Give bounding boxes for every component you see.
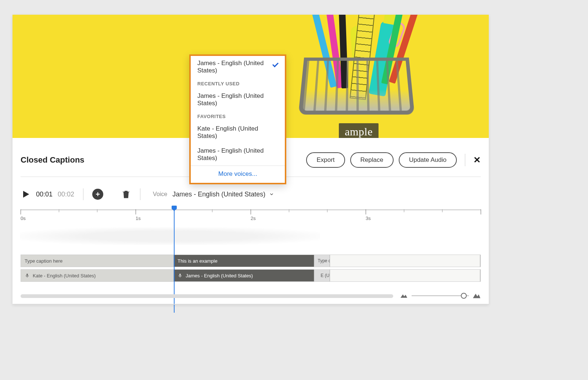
add-caption-button[interactable]: + [92,189,103,200]
mic-icon [178,273,183,278]
trash-icon[interactable] [121,189,131,199]
update-audio-button[interactable]: Update Audio [399,152,457,168]
voice-dropdown[interactable]: James - English (United States) RECENTLY… [189,54,286,184]
voice-option-favorite-1[interactable]: James - English (United States) [191,143,285,166]
caption-clip-1[interactable]: Type caption here [21,255,174,267]
caption-clip-3[interactable]: Type capt... [314,255,330,267]
voice-option-favorite-0[interactable]: Kate - English (United States) [191,121,285,143]
caption-clip-empty[interactable] [330,255,480,267]
time-current: 00:01 [36,191,53,198]
replace-button[interactable]: Replace [350,152,394,168]
caption-clip-2[interactable]: This is an example [174,255,314,267]
play-icon[interactable] [21,189,31,199]
voice-clip-2[interactable]: James - English (United States) [174,270,314,281]
voice-option-selected[interactable]: James - English (United States) [191,56,285,78]
chevron-down-icon [269,192,274,197]
dropdown-header-favorites: FAVORITES [191,111,285,121]
voice-track[interactable]: Kate - English (United States) James - E… [21,269,481,282]
zoom-out-icon[interactable] [400,293,408,299]
zoom-in-icon[interactable] [473,293,481,299]
voice-selected-text: James - English (United States) [172,191,265,198]
zoom-slider[interactable] [412,295,469,296]
voice-option-recent-0[interactable]: James - English (United States) [191,89,285,111]
export-button[interactable]: Export [306,152,345,168]
zoom-control[interactable] [400,291,481,301]
voice-clip-empty[interactable] [330,270,480,281]
app-stage: ample James - English (United States) RE… [12,15,489,305]
close-icon[interactable]: ✕ [473,155,481,165]
tick-label: 1s [136,216,141,221]
voice-select[interactable]: James - English (United States) [172,191,274,198]
zoom-handle[interactable] [461,293,467,299]
toolbar: 00:01 00:02 + Voice James - English (Uni… [21,185,481,204]
tick-label: 3s [366,216,371,221]
caption-track[interactable]: Type caption here This is an example Typ… [21,255,481,267]
voice-clip-1[interactable]: Kate - English (United States) [21,270,174,281]
voice-label: Voice [153,191,167,198]
timeline[interactable]: 0s 1s 2s 3s Type caption here This is an… [21,210,481,302]
dropdown-header-recent: RECENTLY USED [191,78,285,89]
timeline-scrollbar[interactable] [21,294,393,298]
voice-clip-3[interactable]: E (U [314,270,330,281]
mic-icon [25,273,30,278]
panel-title: Closed Captions [21,155,85,165]
tick-label: 0s [21,216,26,221]
voice-more-link[interactable]: More voices... [191,166,285,183]
tick-label: 2s [251,216,256,221]
time-total: 00:02 [58,191,74,198]
waveform [21,227,320,245]
slide-caption-text: ample [339,123,379,138]
cart-illustration [279,15,426,136]
